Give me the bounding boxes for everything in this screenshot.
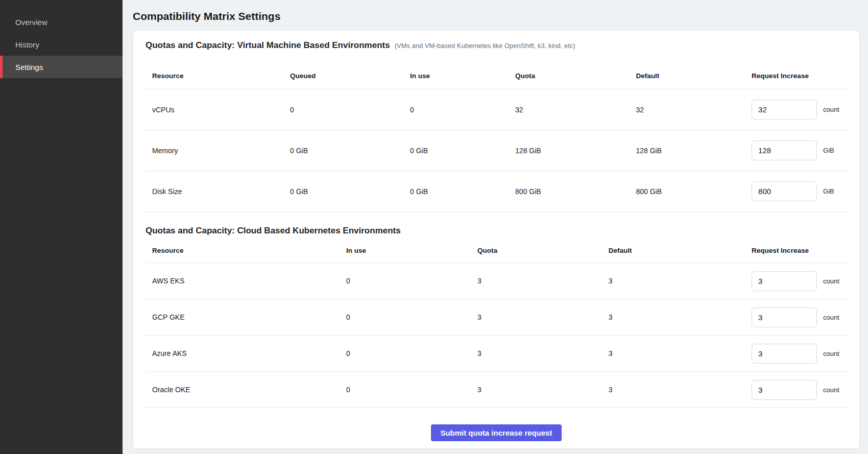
queued-cell: 0 [290,89,410,130]
sidebar-item-history[interactable]: History [0,33,123,56]
cloud-quota-table: Resource In use Quota Default Request In… [146,236,847,408]
column-header-quota: Quota [477,236,609,263]
sidebar-item-label: Settings [15,63,43,71]
cloud-section-title: Quotas and Capacity: Cloud Based Kuberne… [146,225,847,236]
main-content: Compatibility Matrix Settings Quotas and… [123,0,868,454]
table-row-oracle-oke: Oracle OKE 0 3 3 count [146,372,847,408]
unit-label: count [823,350,839,357]
default-cell: 800 GiB [636,171,752,212]
in-use-cell: 0 [346,263,477,299]
default-cell: 32 [636,89,752,130]
column-header-default: Default [609,236,752,263]
quota-cell: 800 GiB [515,171,636,212]
request-increase-input[interactable] [752,344,817,364]
column-header-queued: Queued [290,52,410,89]
request-increase-input[interactable] [752,140,817,160]
vm-quota-table: Resource Queued In use Quota Default Req… [146,52,847,212]
default-cell: 3 [609,336,752,372]
unit-label: GiB [823,187,834,195]
sidebar-item-settings[interactable]: Settings [0,56,123,78]
sidebar-item-overview[interactable]: Overview [0,11,123,33]
quota-cell: 3 [477,299,609,336]
request-increase-cell: count [752,299,847,336]
table-row-memory: Memory 0 GiB 0 GiB 128 GiB 128 GiB GiB [146,130,847,171]
request-increase-cell: count [752,336,847,372]
request-increase-cell: count [752,89,847,130]
request-increase-cell: count [752,263,847,299]
resource-cell: Memory [146,130,290,171]
page-title: Compatibility Matrix Settings [133,10,860,22]
unit-label: GiB [823,147,834,154]
unit-label: count [823,277,839,285]
sidebar-item-label: Overview [15,18,47,27]
in-use-cell: 0 GiB [410,171,515,212]
queued-cell: 0 GiB [290,171,410,212]
vm-section-title: Quotas and Capacity: Virtual Machine Bas… [146,40,847,52]
request-increase-input[interactable] [752,271,817,291]
quota-cell: 3 [477,372,609,408]
unit-label: count [823,386,839,394]
resource-cell: AWS EKS [146,263,346,299]
default-cell: 128 GiB [636,130,752,171]
in-use-cell: 0 [346,336,477,372]
quota-cell: 3 [477,336,609,372]
submit-quota-increase-button[interactable]: Submit quota increase request [431,424,561,441]
in-use-cell: 0 [346,372,477,408]
column-header-request-increase: Request Increase [752,236,847,263]
actions-bar: Submit quota increase request [146,424,847,441]
request-increase-input[interactable] [752,100,817,120]
column-header-default: Default [636,52,752,89]
vm-section-title-text: Quotas and Capacity: Virtual Machine Bas… [146,40,390,51]
resource-cell: Oracle OKE [146,372,346,408]
column-header-quota: Quota [515,52,636,89]
request-increase-input[interactable] [752,181,817,201]
column-header-in-use: In use [410,52,515,89]
table-row-gcp-gke: GCP GKE 0 3 3 count [146,299,847,336]
table-row-aws-eks: AWS EKS 0 3 3 count [146,263,847,299]
request-increase-input[interactable] [752,380,817,400]
in-use-cell: 0 [346,299,477,336]
table-header-row: Resource Queued In use Quota Default Req… [146,52,847,89]
unit-label: count [823,106,839,113]
table-row-azure-aks: Azure AKS 0 3 3 count [146,336,847,372]
column-header-resource: Resource [146,52,290,89]
table-row-vcpus: vCPUs 0 0 32 32 count [146,89,847,130]
default-cell: 3 [609,372,752,408]
resource-cell: vCPUs [146,89,290,130]
quota-cell: 32 [515,89,636,130]
default-cell: 3 [609,299,752,336]
request-increase-cell: count [752,372,847,408]
vm-section-subtitle: (VMs and VM-based Kubernetes like OpenSh… [395,40,575,52]
sidebar-item-label: History [15,40,39,49]
sidebar: Overview History Settings [0,0,123,454]
quota-cell: 128 GiB [515,130,636,171]
in-use-cell: 0 GiB [410,130,515,171]
column-header-resource: Resource [146,236,346,263]
column-header-request-increase: Request Increase [752,52,847,89]
quota-cell: 3 [477,263,609,299]
in-use-cell: 0 [410,89,515,130]
default-cell: 3 [609,263,752,299]
request-increase-input[interactable] [752,307,817,327]
quotas-card: Quotas and Capacity: Virtual Machine Bas… [133,30,860,449]
table-header-row: Resource In use Quota Default Request In… [146,236,847,263]
request-increase-cell: GiB [752,130,847,171]
cloud-section-title-text: Quotas and Capacity: Cloud Based Kuberne… [146,225,401,236]
column-header-in-use: In use [346,236,477,263]
resource-cell: Disk Size [146,171,290,212]
unit-label: count [823,314,839,321]
resource-cell: GCP GKE [146,299,346,336]
queued-cell: 0 GiB [290,130,410,171]
resource-cell: Azure AKS [146,336,346,372]
request-increase-cell: GiB [752,171,847,212]
table-row-disk-size: Disk Size 0 GiB 0 GiB 800 GiB 800 GiB Gi… [146,171,847,212]
